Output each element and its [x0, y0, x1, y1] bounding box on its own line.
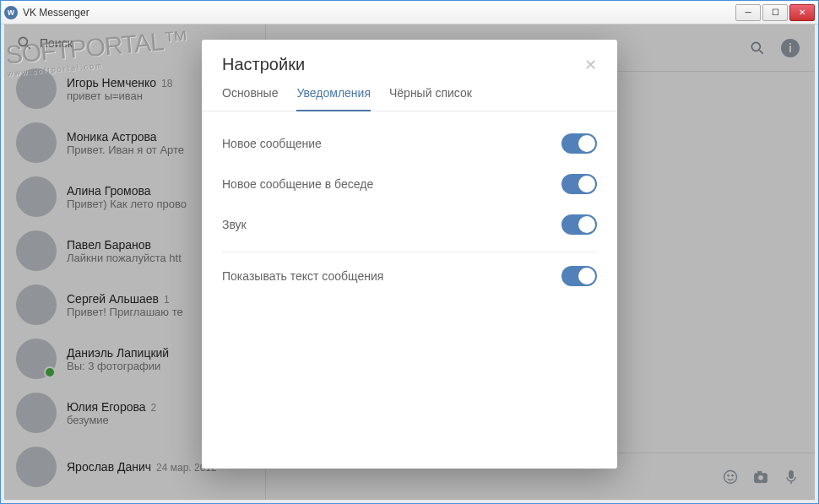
toggle[interactable]: [561, 214, 597, 235]
settings-modal: Настройки ✕ ОсновныеУведомленияЧёрный сп…: [202, 40, 617, 469]
maximize-button[interactable]: ☐: [762, 4, 788, 21]
tab-уведомления[interactable]: Уведомления: [296, 86, 371, 111]
toggle[interactable]: [561, 174, 597, 194]
app-icon: w: [4, 6, 18, 19]
app-body: Игорь Немченко 18 привет ы=иван Моника А…: [1, 24, 818, 503]
modal-header: Настройки ✕: [202, 40, 617, 79]
setting-row: Новое сообщение: [222, 123, 597, 164]
toggle[interactable]: [561, 133, 597, 154]
modal-overlay[interactable]: Настройки ✕ ОсновныеУведомленияЧёрный сп…: [4, 24, 815, 500]
setting-label: Показывать текст сообщения: [222, 269, 561, 283]
tabs: ОсновныеУведомленияЧёрный список: [202, 79, 617, 111]
settings-body: Новое сообщение Новое сообщение в беседе…: [202, 111, 617, 308]
setting-label: Звук: [222, 218, 561, 231]
window-controls: ─ ☐ ✕: [735, 4, 815, 21]
app-window: w VK Messenger ─ ☐ ✕ Игорь Немченко 18: [0, 0, 819, 504]
close-button[interactable]: ✕: [789, 4, 815, 21]
setting-label: Новое сообщение в беседе: [222, 177, 561, 191]
minimize-button[interactable]: ─: [735, 4, 761, 21]
modal-title: Настройки: [222, 55, 584, 74]
window-title: VK Messenger: [23, 7, 735, 19]
titlebar: w VK Messenger ─ ☐ ✕: [1, 1, 818, 24]
tab-основные[interactable]: Основные: [222, 86, 278, 111]
setting-row: Показывать текст сообщения: [222, 256, 597, 296]
setting-row: Новое сообщение в беседе: [222, 164, 597, 204]
close-icon[interactable]: ✕: [584, 56, 597, 74]
setting-row: Звук: [222, 204, 597, 245]
divider: [222, 252, 597, 252]
setting-label: Новое сообщение: [222, 137, 561, 150]
toggle-show-text[interactable]: [561, 266, 597, 286]
tab-чёрный список[interactable]: Чёрный список: [389, 86, 472, 111]
